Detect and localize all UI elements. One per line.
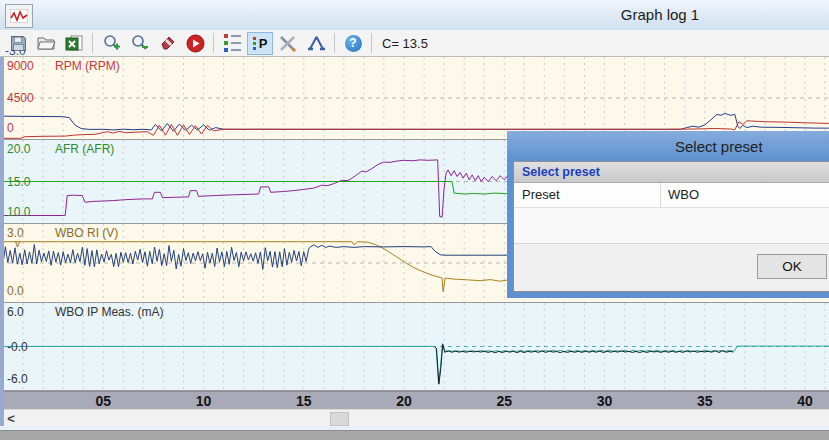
y-mid-label: -0.0 bbox=[7, 340, 28, 354]
clipped-axis-label: -3.0 bbox=[5, 50, 26, 57]
rpm-plot[interactable] bbox=[0, 57, 829, 139]
y-min-label: 0.0 bbox=[7, 284, 24, 298]
horizontal-scrollbar[interactable]: < bbox=[0, 409, 829, 426]
panel-rpm[interactable]: 9000 RPM (RPM) 4500 0 bbox=[0, 57, 829, 140]
dialog-title: Select preset bbox=[675, 138, 763, 155]
panel-wbo-ip[interactable]: 6.0 WBO IP Meas. (mA) -0.0 -6.0 bbox=[0, 303, 829, 391]
preset-field-value[interactable]: WBO bbox=[661, 183, 699, 207]
y-max-label: 9000 bbox=[7, 59, 34, 73]
dialog-content: Select preset Preset WBO OK bbox=[513, 161, 829, 292]
y-min-label: 10.0 bbox=[7, 205, 30, 219]
dialog-section-header: Select preset bbox=[514, 162, 829, 183]
time-tick-10: 10 bbox=[189, 393, 219, 409]
select-preset-dialog: Select preset Select preset Preset WBO O… bbox=[507, 131, 829, 298]
y-mid-label: 15.0 bbox=[7, 175, 30, 189]
y-max-label: 6.0 bbox=[7, 305, 24, 319]
time-tick-30: 30 bbox=[590, 393, 620, 409]
panel-title-afr: AFR (AFR) bbox=[55, 142, 114, 156]
time-tick-35: 35 bbox=[690, 393, 720, 409]
time-axis: 0510152025303540 bbox=[0, 391, 829, 409]
time-tick-25: 25 bbox=[489, 393, 519, 409]
preset-field-label: Preset bbox=[514, 183, 661, 207]
bottom-bar bbox=[0, 430, 829, 440]
time-tick-40: 40 bbox=[790, 393, 820, 409]
ok-button[interactable]: OK bbox=[757, 254, 827, 279]
scroll-thumb[interactable] bbox=[330, 412, 349, 426]
y-max-label: 20.0 bbox=[7, 142, 30, 156]
time-tick-20: 20 bbox=[389, 393, 419, 409]
panel-title-wbo-ip: WBO IP Meas. (mA) bbox=[55, 305, 163, 319]
time-tick-05: 05 bbox=[88, 393, 118, 409]
scroll-left-arrow[interactable]: < bbox=[4, 410, 18, 426]
panel-title-rpm: RPM (RPM) bbox=[55, 59, 120, 73]
panel-title-wbo-ri: WBO RI (V) bbox=[55, 226, 118, 240]
y-min-label: 0 bbox=[7, 121, 14, 135]
left-edge-strip bbox=[0, 57, 4, 426]
y-min-label: -6.0 bbox=[7, 372, 28, 386]
dialog-titlebar[interactable]: Select preset bbox=[507, 131, 829, 161]
time-tick-15: 15 bbox=[289, 393, 319, 409]
cursor-marker: v bbox=[15, 238, 20, 249]
y-mid-label: 4500 bbox=[7, 91, 34, 105]
preset-row[interactable]: Preset WBO bbox=[514, 183, 829, 208]
dialog-footer: OK bbox=[514, 243, 829, 291]
